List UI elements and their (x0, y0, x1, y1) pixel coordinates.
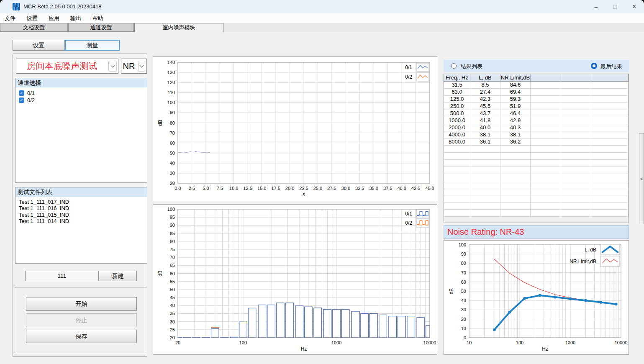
menu-item-help[interactable]: 帮助 (88, 13, 108, 23)
table-cell (561, 160, 591, 167)
noise-rating-banner: Noise Rating: NR-43 (444, 225, 629, 239)
channel-row-0-1[interactable]: ✓ 0/1 (15, 90, 147, 97)
close-icon: × (632, 3, 636, 10)
svg-text:40.0: 40.0 (397, 186, 406, 191)
panel-collapse-handle[interactable]: < (639, 133, 644, 224)
window-title: MCR Beta 2.05.0.001 20230418 (23, 0, 101, 13)
table-cell (531, 167, 561, 174)
svg-text:95: 95 (170, 215, 175, 220)
radio-last-result[interactable] (591, 63, 597, 69)
table-cell (500, 210, 531, 217)
table-row[interactable]: 2000.040.040.3 (444, 124, 629, 131)
stop-button[interactable]: 停止 (26, 313, 137, 327)
app-window: MCR Beta 2.05.0.001 20230418 – □ × 文件 设置… (0, 0, 644, 364)
tab-channel-settings[interactable]: 通道设置 (68, 23, 134, 32)
title-bar: MCR Beta 2.05.0.001 20230418 – □ × (0, 0, 644, 13)
file-list-item[interactable]: Test 1_111_016_IND (15, 205, 147, 211)
table-cell (591, 131, 629, 138)
close-button[interactable]: × (624, 0, 644, 13)
svg-text:70: 70 (170, 131, 175, 136)
test-type-dropdown-button[interactable] (108, 61, 117, 72)
tab-indoor-noise-module[interactable]: 室内噪声模块 (134, 23, 223, 32)
table-header-cell (531, 74, 561, 82)
table-row (444, 188, 629, 195)
svg-text:55: 55 (170, 279, 175, 284)
table-cell (531, 195, 561, 203)
screen: MCR Beta 2.05.0.001 20230418 – □ × 文件 设置… (0, 0, 644, 364)
table-cell (470, 160, 500, 167)
table-cell (591, 153, 629, 160)
test-file-header: 测试文件列表 (15, 187, 147, 197)
nr-dropdown-button[interactable] (138, 61, 145, 72)
svg-text:45: 45 (170, 295, 175, 300)
new-button[interactable]: 新建 (99, 271, 137, 281)
table-cell (561, 117, 591, 124)
svg-text:90: 90 (170, 110, 175, 115)
table-cell (531, 188, 561, 195)
table-cell (591, 203, 629, 210)
table-cell (470, 167, 500, 174)
table-cell (591, 89, 629, 96)
table-row (444, 174, 629, 181)
checkbox-checked-icon[interactable]: ✓ (19, 90, 24, 96)
svg-text:0/1: 0/1 (405, 211, 412, 217)
table-cell (561, 124, 591, 131)
file-list-item[interactable]: Test 1_111_014_IND (15, 218, 147, 224)
radio-result-list-label[interactable]: 结果列表 (461, 63, 482, 70)
menu-item-apply[interactable]: 应用 (44, 13, 64, 23)
nr-curve-value: NR (121, 59, 136, 73)
radio-last-result-label[interactable]: 最后结果 (600, 63, 622, 70)
menu-item-output[interactable]: 输出 (66, 13, 86, 23)
checkbox-checked-icon[interactable]: ✓ (19, 97, 24, 103)
table-cell (500, 153, 531, 160)
table-row (444, 210, 629, 217)
svg-text:20: 20 (461, 317, 466, 322)
nr-curve-select[interactable]: NR (121, 59, 147, 74)
table-cell (444, 174, 470, 181)
menu-item-settings[interactable]: 设置 (22, 13, 42, 23)
svg-text:140: 140 (167, 60, 175, 65)
file-list-item[interactable]: Test 1_111_017_IND (15, 199, 147, 205)
radio-result-list[interactable] (451, 63, 457, 69)
menu-item-file[interactable]: 文件 (0, 13, 20, 23)
table-row[interactable]: 4000.038.138.1 (444, 131, 629, 138)
table-cell (531, 160, 561, 167)
test-type-select[interactable]: 房间本底噪声测试 (16, 59, 118, 74)
svg-text:30: 30 (170, 319, 175, 324)
table-cell (561, 146, 591, 153)
file-name-input[interactable]: 111 (25, 271, 99, 281)
table-cell (531, 203, 561, 210)
table-row[interactable]: 250.045.551.9 (444, 103, 629, 110)
collapse-left-icon: < (640, 177, 643, 181)
maximize-button[interactable]: □ (606, 0, 624, 13)
table-row (444, 203, 629, 210)
file-list-item[interactable]: Test 1_111_015_IND (15, 212, 147, 218)
table-cell (531, 153, 561, 160)
table-row[interactable]: 31.58.584.6 (444, 82, 629, 89)
table-row[interactable]: 500.043.746.4 (444, 110, 629, 117)
subtab-measure[interactable]: 测量 (65, 40, 120, 51)
table-cell (591, 117, 629, 124)
table-row[interactable]: 8000.036.136.2 (444, 138, 629, 146)
table-cell (531, 146, 561, 153)
channel-row-0-2[interactable]: ✓ 0/2 (15, 97, 147, 104)
tab-document-settings[interactable]: 文档设置 (0, 23, 68, 32)
svg-text:70: 70 (170, 255, 175, 260)
table-cell (591, 195, 629, 203)
svg-text:100: 100 (167, 207, 175, 212)
table-cell: 84.6 (500, 82, 531, 89)
start-button[interactable]: 开始 (26, 297, 137, 311)
table-header-cell: L, dB (470, 74, 500, 82)
svg-text:32.5: 32.5 (355, 186, 364, 191)
save-button[interactable]: 保存 (26, 330, 137, 343)
table-cell (561, 181, 591, 188)
table-row[interactable]: 125.042.359.3 (444, 96, 629, 103)
table-cell (444, 153, 470, 160)
table-row[interactable]: 1000.041.842.9 (444, 117, 629, 124)
table-row[interactable]: 63.027.469.4 (444, 89, 629, 96)
minimize-button[interactable]: – (587, 0, 606, 13)
subtab-settings[interactable]: 设置 (13, 40, 65, 51)
svg-text:1000: 1000 (565, 340, 575, 345)
table-cell: 43.7 (470, 110, 500, 117)
svg-text:35: 35 (170, 311, 175, 316)
